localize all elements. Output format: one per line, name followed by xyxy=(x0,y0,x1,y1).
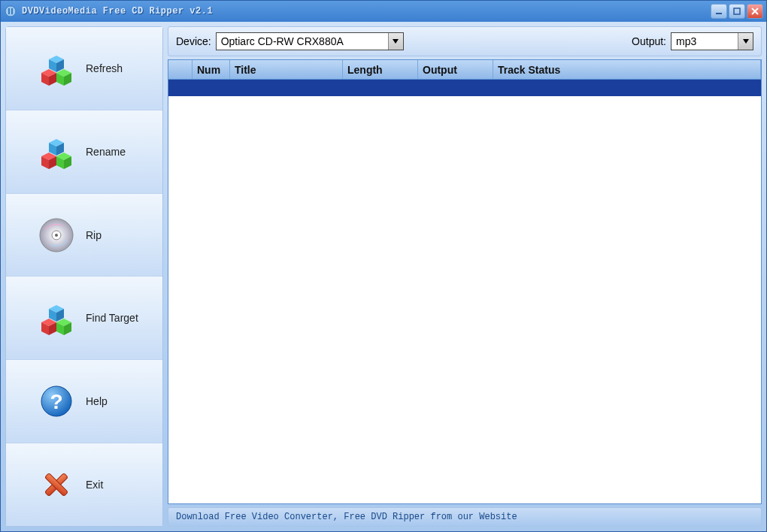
grid-body[interactable] xyxy=(168,80,761,503)
svg-marker-42 xyxy=(743,39,749,44)
output-select[interactable]: mp3 xyxy=(671,32,753,50)
svg-point-0 xyxy=(5,6,16,17)
app-icon xyxy=(4,5,17,18)
sidebar-item-label: Rip xyxy=(86,229,102,241)
column-num[interactable]: Num xyxy=(193,60,230,79)
cubes-icon xyxy=(36,48,77,89)
column-checkbox[interactable] xyxy=(168,60,193,79)
refresh-button[interactable]: Refresh xyxy=(6,27,162,110)
find-target-button[interactable]: Find Target xyxy=(6,277,162,360)
svg-rect-1 xyxy=(8,8,10,14)
column-status[interactable]: Track Status xyxy=(493,60,761,79)
window-title: DVDVideoMedia Free CD Ripper v2.1 xyxy=(22,6,711,17)
rename-button[interactable]: Rename xyxy=(6,110,162,194)
help-icon: ? xyxy=(36,381,77,422)
titlebar[interactable]: DVDVideoMedia Free CD Ripper v2.1 xyxy=(1,1,766,22)
svg-marker-41 xyxy=(393,39,399,44)
svg-point-27 xyxy=(55,234,58,237)
sidebar-item-label: Rename xyxy=(86,146,126,158)
main-panel: Device: Optiarc CD-RW CRX880A Output: mp… xyxy=(168,26,762,527)
app-window: DVDVideoMedia Free CD Ripper v2.1 xyxy=(0,0,767,532)
footer-text: Download Free Video Converter, Free DVD … xyxy=(176,512,517,522)
chevron-down-icon xyxy=(388,33,403,50)
track-grid[interactable]: Num Title Length Output Track Status xyxy=(168,59,762,504)
device-value: Optiarc CD-RW CRX880A xyxy=(217,35,388,47)
column-output[interactable]: Output xyxy=(418,60,493,79)
cubes-icon xyxy=(36,298,77,338)
cross-icon xyxy=(36,464,77,505)
svg-rect-4 xyxy=(734,8,740,14)
rip-button[interactable]: Rip xyxy=(6,194,162,277)
svg-rect-2 xyxy=(11,8,13,14)
toolbar: Device: Optiarc CD-RW CRX880A Output: mp… xyxy=(168,26,762,56)
column-title[interactable]: Title xyxy=(230,60,343,79)
chevron-down-icon xyxy=(738,33,753,50)
minimize-button[interactable] xyxy=(711,4,727,19)
sidebar-item-label: Help xyxy=(86,395,108,407)
device-label: Device: xyxy=(176,35,211,47)
sidebar-item-label: Refresh xyxy=(86,62,123,74)
grid-header: Num Title Length Output Track Status xyxy=(168,60,761,80)
maximize-button[interactable] xyxy=(729,4,745,19)
selected-row[interactable] xyxy=(168,80,761,96)
output-value: mp3 xyxy=(672,35,738,47)
column-length[interactable]: Length xyxy=(343,60,418,79)
svg-text:?: ? xyxy=(50,390,62,413)
exit-button[interactable]: Exit xyxy=(6,443,162,526)
sidebar-item-label: Find Target xyxy=(86,312,138,324)
sidebar-item-label: Exit xyxy=(86,479,103,491)
window-buttons xyxy=(711,4,763,19)
output-label: Output: xyxy=(632,35,666,47)
sidebar: Refresh xyxy=(5,26,163,527)
close-button[interactable] xyxy=(747,4,763,19)
help-button[interactable]: ? Help xyxy=(6,360,162,443)
cubes-icon xyxy=(36,131,77,172)
footer-link[interactable]: Download Free Video Converter, Free DVD … xyxy=(168,507,762,527)
device-select[interactable]: Optiarc CD-RW CRX880A xyxy=(216,32,404,50)
disc-icon xyxy=(36,215,77,255)
content-area: Refresh xyxy=(1,22,766,531)
